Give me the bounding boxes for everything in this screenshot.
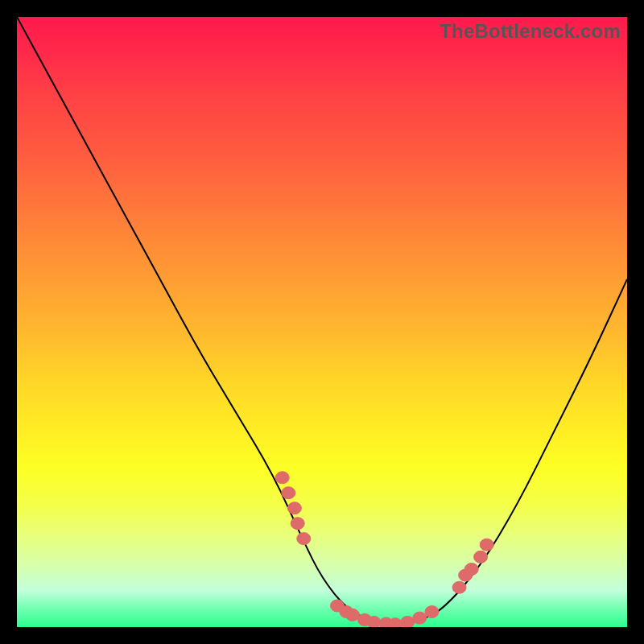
highlight-dot xyxy=(413,612,427,624)
plot-area: TheBottleneck.com xyxy=(17,17,627,627)
highlight-dot xyxy=(459,569,473,581)
highlight-dot xyxy=(282,487,295,499)
bottleneck-curve xyxy=(17,17,627,625)
highlight-dot xyxy=(379,617,393,627)
highlight-dot xyxy=(388,618,402,627)
highlight-dot xyxy=(275,472,289,484)
highlight-dot xyxy=(358,613,372,625)
highlight-dot xyxy=(287,502,301,514)
watermark-text: TheBottleneck.com xyxy=(440,20,621,43)
highlight-dot xyxy=(340,606,353,618)
highlight-dot xyxy=(367,616,381,627)
highlight-dot xyxy=(464,563,478,575)
curve-svg xyxy=(17,17,627,627)
highlight-dots xyxy=(275,472,493,627)
chart-frame: TheBottleneck.com xyxy=(0,0,644,644)
highlight-dot xyxy=(474,551,488,563)
highlight-dot xyxy=(452,581,466,593)
highlight-dot xyxy=(330,600,344,612)
highlight-dot xyxy=(401,616,415,627)
highlight-dot xyxy=(297,533,311,545)
highlight-dot xyxy=(345,609,359,621)
highlight-dot xyxy=(480,539,493,551)
highlight-dot xyxy=(291,518,304,530)
highlight-dot xyxy=(425,606,439,618)
